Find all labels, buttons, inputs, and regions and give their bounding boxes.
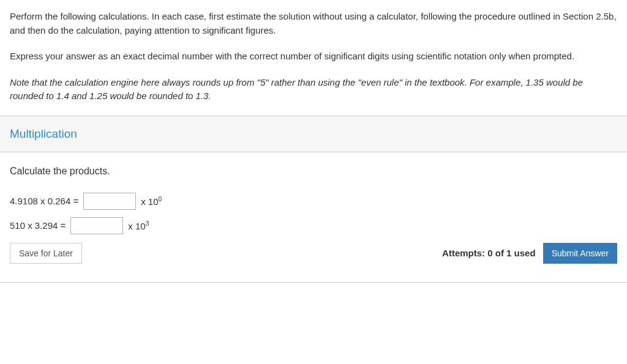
answer-input-2[interactable] — [70, 217, 123, 234]
section-title: Multiplication — [0, 116, 627, 152]
instructions-paragraph-2: Express your answer as an exact decimal … — [10, 50, 617, 64]
instructions-note: Note that the calculation engine here al… — [10, 76, 617, 103]
equation-row: 4.9108 x 0.264 = x 100 — [10, 193, 617, 210]
instructions-paragraph-1: Perform the following calculations. In e… — [10, 10, 617, 37]
attempts-label: Attempts: 0 of 1 used — [442, 248, 536, 258]
equation-row: 510 x 3.294 = x 103 — [10, 217, 617, 234]
equation-lhs: 510 x 3.294 = — [10, 220, 66, 231]
question-prompt: Calculate the products. — [10, 166, 617, 177]
unit-exponent: 3 — [146, 220, 149, 227]
submit-answer-button[interactable]: Submit Answer — [543, 243, 617, 264]
save-for-later-button[interactable]: Save for Later — [10, 243, 82, 264]
footer-row: Save for Later Attempts: 0 of 1 used Sub… — [10, 243, 617, 264]
answer-input-1[interactable] — [83, 193, 136, 210]
question-area: Calculate the products. 4.9108 x 0.264 =… — [0, 152, 627, 273]
equation-unit: x 103 — [128, 220, 149, 231]
equation-unit: x 100 — [141, 196, 162, 207]
unit-prefix: x 10 — [141, 196, 158, 207]
bottom-divider — [0, 282, 627, 283]
equation-lhs: 4.9108 x 0.264 = — [10, 196, 78, 206]
instructions-block: Perform the following calculations. In e… — [0, 0, 627, 116]
unit-exponent: 0 — [159, 196, 162, 202]
unit-prefix: x 10 — [128, 221, 145, 231]
footer-right: Attempts: 0 of 1 used Submit Answer — [442, 243, 617, 264]
